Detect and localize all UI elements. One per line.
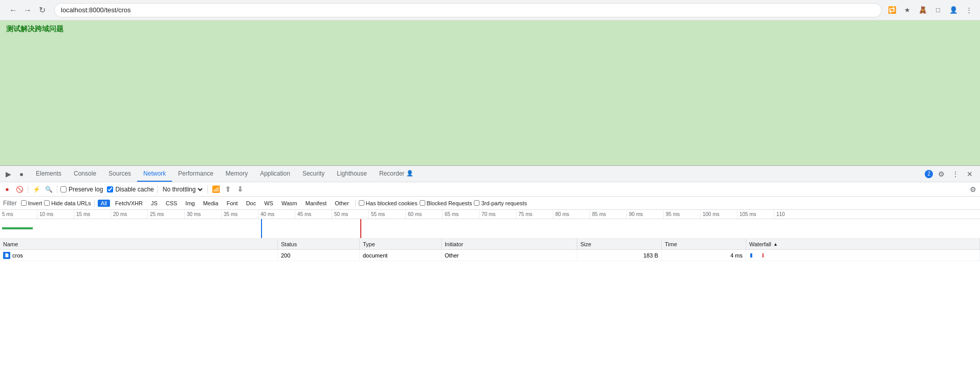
tick-20: 105 ms <box>737 210 774 219</box>
hide-data-urls-label[interactable]: Hide data URLs <box>44 200 91 206</box>
download-icon[interactable]: ⇩ <box>235 184 246 195</box>
tab-application[interactable]: Application <box>254 166 296 182</box>
tab-recorder[interactable]: Recorder 👤 <box>373 166 420 182</box>
timeline-green-bar <box>2 227 33 229</box>
timeline-ticks-row: 5 ms 10 ms 15 ms 20 ms 25 ms 30 ms 35 ms… <box>0 210 980 219</box>
filter-bar: Filter Invert Hide data URLs All Fetch/X… <box>0 197 980 210</box>
tick-15: 80 ms <box>553 210 590 219</box>
th-size[interactable]: Size <box>577 239 662 249</box>
back-button[interactable]: ← <box>7 4 19 16</box>
profile-icon[interactable]: 👤 <box>947 4 960 16</box>
has-blocked-cookies-label[interactable]: Has blocked cookies <box>359 200 418 206</box>
device-toolbar-icon[interactable]: ● <box>15 168 28 180</box>
preserve-log-checkbox[interactable] <box>60 186 67 192</box>
toolbar-end: ⚙ <box>248 184 978 195</box>
inspect-element-icon[interactable]: ▶ <box>2 168 14 180</box>
th-waterfall[interactable]: Waterfall ▲ <box>746 239 980 249</box>
network-settings-icon[interactable]: ⚙ <box>968 184 978 195</box>
filter-type-fetchxhr[interactable]: Fetch/XHR <box>112 200 146 207</box>
tab-memory[interactable]: Memory <box>220 166 254 182</box>
disable-cache-label[interactable]: Disable cache <box>107 186 154 193</box>
filter-button[interactable]: ⚡ <box>31 184 41 195</box>
tick-9: 50 ms <box>332 210 368 219</box>
td-name: 📄 cros <box>0 250 278 261</box>
star-icon[interactable]: ★ <box>901 4 913 16</box>
tick-10: 55 ms <box>368 210 405 219</box>
split-icon[interactable]: □ <box>932 4 944 16</box>
tick-19: 100 ms <box>700 210 737 219</box>
throttle-select[interactable]: No throttling Slow 3G Fast 3G <box>161 184 204 195</box>
devtools-close-icon[interactable]: ✕ <box>964 168 976 180</box>
tab-security[interactable]: Security <box>296 166 331 182</box>
file-icon: 📄 <box>3 252 10 259</box>
filter-label: Filter <box>3 200 17 207</box>
network-toolbar: ● 🚫 ⚡ 🔍 Preserve log Disable cache No th… <box>0 182 980 197</box>
tab-network[interactable]: Network <box>137 166 172 182</box>
tab-lighthouse[interactable]: Lighthouse <box>331 166 373 182</box>
tab-console[interactable]: Console <box>68 166 102 182</box>
filter-type-css[interactable]: CSS <box>163 200 181 207</box>
tick-21: 110 <box>774 210 811 219</box>
has-blocked-cookies-checkbox[interactable] <box>359 200 364 206</box>
tick-14: 75 ms <box>516 210 553 219</box>
toolbar-separator-1 <box>28 185 28 194</box>
filter-type-img[interactable]: Img <box>182 200 198 207</box>
browser-actions: 🔁 ★ 🧸 □ 👤 ⋮ <box>886 4 975 16</box>
tick-7: 40 ms <box>258 210 295 219</box>
preserve-log-label[interactable]: Preserve log <box>60 186 103 193</box>
blocked-requests-checkbox[interactable] <box>420 200 425 206</box>
third-party-label[interactable]: 3rd-party requests <box>474 200 527 206</box>
refresh-button[interactable]: ↻ <box>36 4 48 16</box>
filter-type-wasm[interactable]: Wasm <box>278 200 300 207</box>
timeline-blue-line <box>261 219 262 238</box>
page-title: 测试解决跨域问题 <box>6 25 974 34</box>
tab-performance[interactable]: Performance <box>172 166 220 182</box>
th-time[interactable]: Time <box>662 239 746 249</box>
sort-icon: ▲ <box>773 242 778 247</box>
tick-1: 10 ms <box>37 210 74 219</box>
td-status: 200 <box>278 250 360 261</box>
th-name[interactable]: Name <box>0 239 278 249</box>
filter-type-doc[interactable]: Doc <box>243 200 259 207</box>
filter-sep-1 <box>94 200 95 207</box>
clear-button[interactable]: 🚫 <box>14 184 25 195</box>
table-row[interactable]: 📄 cros 200 document Other 183 B 4 ms <box>0 250 980 261</box>
hide-data-urls-checkbox[interactable] <box>44 200 50 206</box>
blocked-requests-label[interactable]: Blocked Requests <box>420 200 472 206</box>
waterfall-bars <box>749 250 976 261</box>
filter-type-js[interactable]: JS <box>148 200 161 207</box>
th-initiator[interactable]: Initiator <box>442 239 577 249</box>
search-button[interactable]: 🔍 <box>43 184 54 195</box>
address-bar[interactable]: localhost:8000/test/cros <box>54 3 882 17</box>
th-status[interactable]: Status <box>278 239 360 249</box>
table-body: 📄 cros 200 document Other 183 B 4 ms <box>0 250 980 365</box>
nav-buttons: ← → ↻ <box>5 4 50 16</box>
th-type[interactable]: Type <box>360 239 442 249</box>
forward-button[interactable]: → <box>21 4 34 16</box>
upload-icon[interactable]: ⇧ <box>223 184 233 195</box>
url-text: localhost:8000/test/cros <box>61 6 131 14</box>
filter-type-all[interactable]: All <box>98 200 110 207</box>
tab-elements[interactable]: Elements <box>30 166 68 182</box>
invert-checkbox[interactable] <box>21 200 27 206</box>
share-icon[interactable]: 🔁 <box>886 4 898 16</box>
record-button[interactable]: ● <box>2 184 12 195</box>
devtools-more-icon[interactable]: ⋮ <box>949 168 962 180</box>
filter-type-font[interactable]: Font <box>224 200 241 207</box>
wifi-icon[interactable]: 📶 <box>211 184 221 195</box>
filter-type-manifest[interactable]: Manifest <box>302 200 330 207</box>
filter-type-media[interactable]: Media <box>200 200 222 207</box>
filter-type-other[interactable]: Other <box>332 200 352 207</box>
table-header: Name Status Type Initiator Size Time Wat… <box>0 239 980 250</box>
extensions-icon[interactable]: 🧸 <box>917 4 929 16</box>
devtools-settings-icon[interactable]: ⚙ <box>935 168 947 180</box>
third-party-checkbox[interactable] <box>474 200 480 206</box>
tab-sources[interactable]: Sources <box>102 166 137 182</box>
filter-type-ws[interactable]: WS <box>261 200 276 207</box>
menu-icon[interactable]: ⋮ <box>963 4 975 16</box>
invert-label[interactable]: Invert <box>21 200 42 206</box>
tick-0: 5 ms <box>0 210 37 219</box>
toolbar-separator-3 <box>157 185 158 194</box>
timeline-ticks: 5 ms 10 ms 15 ms 20 ms 25 ms 30 ms 35 ms… <box>0 210 980 219</box>
disable-cache-checkbox[interactable] <box>107 186 113 192</box>
